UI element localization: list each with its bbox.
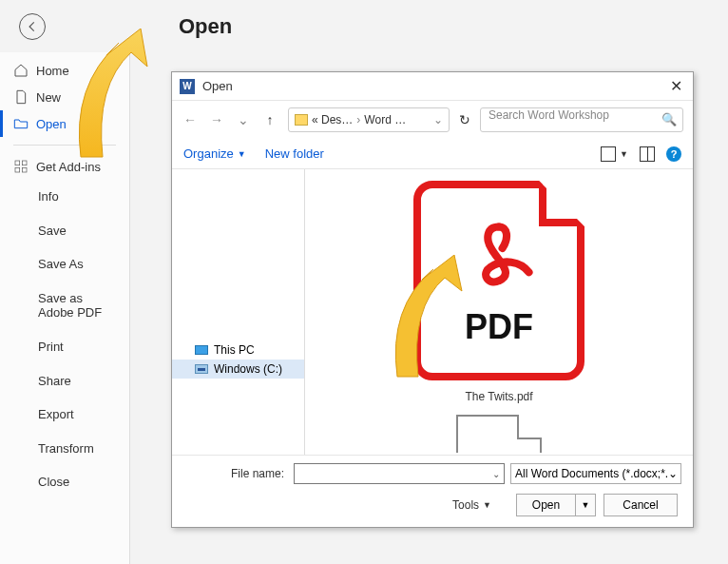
sidebar-item-label: New <box>36 90 61 105</box>
svg-rect-2 <box>15 167 20 172</box>
page-fold-icon <box>539 181 584 226</box>
grid-icon <box>13 159 29 174</box>
svg-rect-1 <box>22 161 27 165</box>
chevron-down-icon: ▼ <box>483 500 491 510</box>
main-area: W Open ✕ ← → ⌄ ↑ « Des… › Word … ⌄ ↻ Sea… <box>130 52 728 564</box>
folder-icon <box>295 114 308 126</box>
chevron-down-icon: ▼ <box>620 149 628 159</box>
divider <box>13 145 116 146</box>
sidebar-item-label: Open <box>36 117 67 131</box>
sidebar-item-new[interactable]: New <box>0 84 129 110</box>
pdf-file-thumbnail[interactable]: PDF <box>413 181 584 380</box>
open-button[interactable]: Open <box>516 494 575 516</box>
partial-file-icon <box>456 415 542 453</box>
sidebar-item-transform[interactable]: Transform <box>0 432 129 466</box>
sidebar-item-info[interactable]: Info <box>0 180 129 214</box>
sidebar-item-home[interactable]: Home <box>0 57 129 84</box>
nav-up-button[interactable]: ↑ <box>261 112 278 127</box>
chevron-down-icon: ⌄ <box>492 469 500 479</box>
search-icon: 🔍 <box>661 112 677 126</box>
refresh-button[interactable]: ↻ <box>459 112 470 127</box>
help-button[interactable]: ? <box>666 146 681 162</box>
dialog-toolbar: Organize ▼ New folder ▼ ? <box>172 139 693 169</box>
nav-forward-button[interactable]: → <box>208 112 225 127</box>
tree-item-this-pc[interactable]: This PC <box>172 340 304 360</box>
organize-button[interactable]: Organize ▼ <box>183 146 246 161</box>
filename-label: File name: <box>183 467 288 480</box>
nav-back-button[interactable]: ← <box>182 112 199 127</box>
back-button[interactable] <box>19 13 46 40</box>
view-mode-button[interactable] <box>601 146 616 162</box>
nav-recent-button[interactable]: ⌄ <box>235 112 252 127</box>
sidebar-item-open[interactable]: Open <box>0 110 129 137</box>
folder-open-icon <box>13 116 29 131</box>
arrow-left-icon <box>26 20 39 33</box>
chevron-down-icon: ▼ <box>582 500 590 510</box>
sidebar-item-print[interactable]: Print <box>0 330 129 364</box>
cancel-button[interactable]: Cancel <box>603 494 678 516</box>
svg-rect-0 <box>15 161 20 165</box>
adobe-logo-icon <box>456 214 542 300</box>
pdf-label: PDF <box>465 307 533 347</box>
pc-icon <box>195 345 208 355</box>
home-icon <box>13 63 29 78</box>
file-list[interactable]: PDF The Twits.pdf <box>305 169 693 455</box>
sidebar-item-label: Get Add-ins <box>36 160 101 174</box>
dialog-footer: File name: ⌄ All Word Documents (*.docx;… <box>172 455 693 524</box>
sidebar-item-addins[interactable]: Get Add-ins <box>0 153 129 180</box>
new-folder-button[interactable]: New folder <box>265 146 324 161</box>
file-type-select[interactable]: All Word Documents (*.docx;*. ⌄ <box>510 463 681 484</box>
sidebar-item-export[interactable]: Export <box>0 398 129 432</box>
sidebar-item-close[interactable]: Close <box>0 465 129 499</box>
tools-button[interactable]: Tools ▼ <box>452 498 491 512</box>
close-button[interactable]: ✕ <box>666 77 685 95</box>
dialog-title: Open <box>202 79 666 93</box>
document-icon <box>13 89 29 105</box>
sidebar-item-saveadobe[interactable]: Save as Adobe PDF <box>0 282 129 330</box>
search-placeholder: Search Word Workshop <box>489 108 609 122</box>
breadcrumb[interactable]: « Des… › Word … ⌄ <box>288 107 450 132</box>
folder-tree: This PC Windows (C:) <box>172 169 305 455</box>
backstage-sidebar: Home New Open Get Add-ins Info Save Save… <box>0 52 130 564</box>
search-input[interactable]: Search Word Workshop 🔍 <box>480 107 683 132</box>
file-name-label: The Twits.pdf <box>465 390 532 403</box>
word-icon: W <box>180 79 195 94</box>
dialog-nav: ← → ⌄ ↑ « Des… › Word … ⌄ ↻ Search Word … <box>172 101 693 139</box>
drive-icon <box>195 364 208 374</box>
open-file-dialog: W Open ✕ ← → ⌄ ↑ « Des… › Word … ⌄ ↻ Sea… <box>171 71 694 528</box>
breadcrumb-segment: Word … <box>364 113 406 126</box>
open-dropdown-button[interactable]: ▼ <box>575 494 596 516</box>
dialog-body: This PC Windows (C:) <box>172 169 693 455</box>
preview-pane-button[interactable] <box>640 146 655 162</box>
dialog-titlebar: W Open ✕ <box>172 72 693 101</box>
sidebar-item-share[interactable]: Share <box>0 364 129 399</box>
chevron-right-icon: › <box>356 113 360 126</box>
sidebar-item-label: Home <box>36 64 69 78</box>
chevron-down-icon: ⌄ <box>433 113 443 126</box>
sidebar-item-saveas[interactable]: Save As <box>0 247 129 282</box>
tree-item-windows-c[interactable]: Windows (C:) <box>172 360 304 379</box>
chevron-down-icon: ⌄ <box>668 467 678 480</box>
page-title: Open <box>179 14 232 39</box>
sidebar-item-save[interactable]: Save <box>0 214 129 248</box>
filename-input[interactable]: ⌄ <box>294 463 505 484</box>
breadcrumb-segment: « Des… <box>312 113 353 126</box>
chevron-down-icon: ▼ <box>238 149 246 159</box>
svg-rect-3 <box>22 167 27 172</box>
